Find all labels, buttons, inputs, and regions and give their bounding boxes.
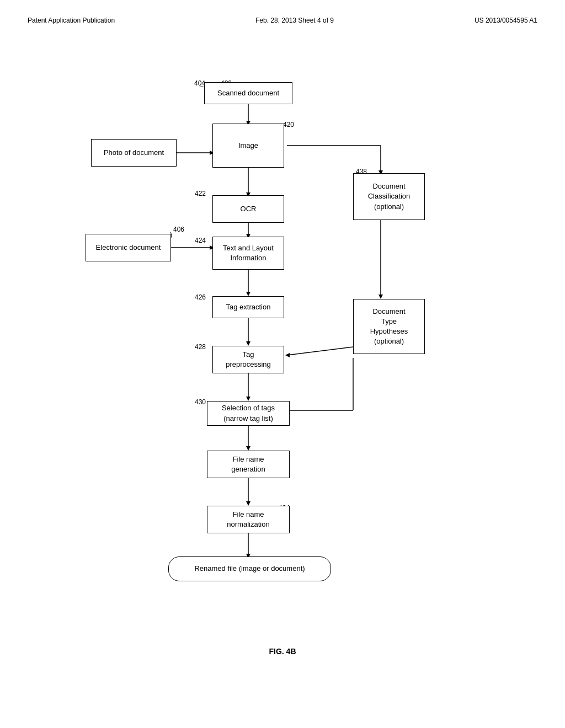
image-box: Image bbox=[212, 124, 284, 168]
header-right: US 2013/0054595 A1 bbox=[475, 17, 537, 24]
ref-406: 406 bbox=[173, 226, 184, 233]
svg-marker-11 bbox=[246, 292, 250, 296]
svg-marker-19 bbox=[246, 501, 250, 506]
scanned-document-box: Scanned document bbox=[204, 82, 292, 104]
ref-420: 420 bbox=[283, 121, 294, 129]
svg-marker-28 bbox=[285, 353, 290, 357]
svg-marker-15 bbox=[246, 397, 250, 401]
svg-line-27 bbox=[287, 347, 353, 355]
renamed-file-box: Renamed file (image or document) bbox=[168, 556, 331, 581]
svg-marker-17 bbox=[246, 446, 250, 451]
header-left: Patent Application Publication bbox=[28, 17, 115, 24]
header-center: Feb. 28, 2013 Sheet 4 of 9 bbox=[255, 17, 334, 24]
ref-424: 424 bbox=[195, 237, 206, 244]
page: Patent Application Publication Feb. 28, … bbox=[0, 0, 565, 728]
document-type-hypotheses-box: Document Type Hypotheses (optional) bbox=[353, 299, 425, 354]
ref-428: 428 bbox=[195, 343, 206, 351]
svg-marker-13 bbox=[246, 341, 250, 346]
diagram-area: 402 404 420 422 406 424 426 428 430 432 … bbox=[28, 49, 537, 667]
photo-of-document-box: Photo of document bbox=[91, 139, 177, 167]
file-name-normalization-box: File name normalization bbox=[207, 506, 290, 533]
ref-422: 422 bbox=[195, 190, 206, 197]
figure-caption: FIG. 4B bbox=[269, 647, 296, 656]
ref-426: 426 bbox=[195, 293, 206, 301]
ocr-box: OCR bbox=[212, 195, 284, 223]
text-layout-box: Text and Layout Information bbox=[212, 237, 284, 270]
electronic-document-box: Electronic document bbox=[86, 234, 171, 261]
svg-marker-26 bbox=[379, 295, 383, 299]
tag-extraction-box: Tag extraction bbox=[212, 296, 284, 318]
selection-of-tags-box: Selection of tags (narrow tag list) bbox=[207, 401, 290, 426]
document-classification-box: Document Classification (optional) bbox=[353, 173, 425, 220]
page-header: Patent Application Publication Feb. 28, … bbox=[28, 17, 537, 27]
file-name-generation-box: File name generation bbox=[207, 451, 290, 478]
ref-430: 430 bbox=[195, 398, 206, 406]
tag-preprocessing-box: Tag preprocessing bbox=[212, 346, 284, 373]
